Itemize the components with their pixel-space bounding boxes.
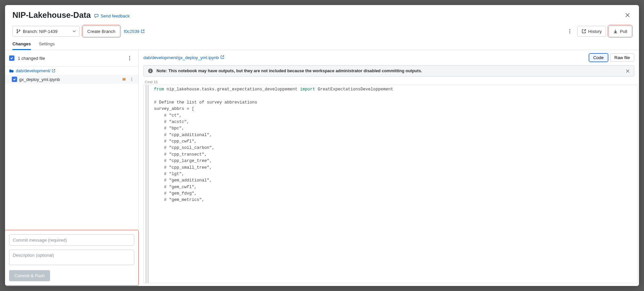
svg-point-3 [17, 32, 18, 33]
dialog-header: NIP-Lakehouse-Data Send feedback [5, 5, 522, 22]
select-all-checkbox[interactable] [9, 55, 14, 61]
external-link-icon [52, 69, 55, 73]
chevron-down-icon [73, 30, 76, 33]
svg-rect-15 [150, 71, 151, 72]
file-kebab-button[interactable] [129, 77, 134, 82]
cmd-label: Cmd 15 [143, 79, 522, 85]
external-link-icon [220, 55, 224, 60]
create-branch-highlight: Create Branch [83, 26, 120, 37]
note-text: Note: This notebook may have outputs, bu… [156, 69, 422, 73]
svg-point-8 [129, 56, 130, 57]
left-pane: 1 changed file dab/development/ [5, 50, 139, 238]
commit-message-input[interactable] [9, 234, 134, 238]
tree-folder-row: dab/development/ [5, 67, 138, 75]
svg-point-12 [131, 79, 132, 80]
branch-selector[interactable]: Branch: NIP-1439 [12, 26, 80, 37]
file-name: gx_deploy_yml.ipynb [19, 77, 121, 82]
folder-path: dab/development/ [16, 68, 50, 73]
note-banner: Note: This notebook may have outputs, bu… [143, 65, 522, 77]
commit-hash-link[interactable]: f0c2539 [124, 29, 145, 34]
gutter-line [148, 85, 148, 238]
send-feedback-link[interactable]: Send feedback [94, 13, 130, 18]
changed-files-count: 1 changed file [18, 56, 122, 61]
changed-files-header: 1 changed file [5, 50, 138, 66]
content: 1 changed file dab/development/ [5, 50, 522, 238]
svg-point-16 [150, 70, 151, 70]
send-feedback-label: Send feedback [100, 13, 130, 18]
tab-changes[interactable]: Changes [12, 41, 31, 50]
commit-hash-text: f0c2539 [124, 29, 139, 34]
svg-point-13 [131, 80, 132, 81]
code-content: from nip_lakehouse.tasks.great_expectati… [144, 85, 522, 205]
svg-point-9 [129, 58, 130, 59]
file-path-link[interactable]: dab/development/gx_deploy_yml.ipynb [143, 55, 224, 60]
info-icon [148, 68, 153, 74]
repo-title: NIP-Lakehouse-Data [12, 10, 91, 20]
code-area: Cmd 15 from nip_lakehouse.tasks.great_ex… [139, 79, 522, 238]
git-dialog: NIP-Lakehouse-Data Send feedback Branch:… [5, 5, 522, 238]
branch-label: Branch: NIP-1439 [23, 29, 71, 34]
code-scroll[interactable]: from nip_lakehouse.tasks.great_expectati… [143, 85, 522, 238]
modified-badge: M [123, 77, 126, 81]
external-link-icon [141, 29, 145, 33]
chat-icon [94, 13, 99, 18]
tab-settings[interactable]: Settings [39, 41, 55, 50]
folder-icon [9, 69, 14, 73]
commit-area: Commit & Push [5, 230, 138, 238]
toolbar: Branch: NIP-1439 Create Branch f0c2539 H… [5, 22, 522, 37]
svg-point-11 [131, 78, 132, 78]
svg-point-4 [19, 30, 20, 31]
gutter-line [146, 85, 146, 238]
svg-point-10 [129, 59, 130, 60]
tree-file-row[interactable]: gx_deploy_yml.ipynb M [5, 75, 138, 84]
file-checkbox[interactable] [12, 77, 17, 82]
files-kebab-button[interactable] [125, 53, 134, 63]
file-path-text: dab/development/gx_deploy_yml.ipynb [143, 55, 219, 60]
tabs: Changes Settings [5, 37, 522, 50]
right-pane: dab/development/gx_deploy_yml.ipynb Code… [139, 50, 522, 238]
file-tree: dab/development/ gx_deploy_yml.ipynb M [5, 66, 138, 230]
file-header: dab/development/gx_deploy_yml.ipynb Code… [139, 50, 522, 65]
folder-path-link[interactable]: dab/development/ [16, 68, 55, 73]
create-branch-button[interactable]: Create Branch [83, 26, 120, 37]
svg-point-2 [17, 30, 18, 31]
git-branch-icon [16, 29, 21, 34]
